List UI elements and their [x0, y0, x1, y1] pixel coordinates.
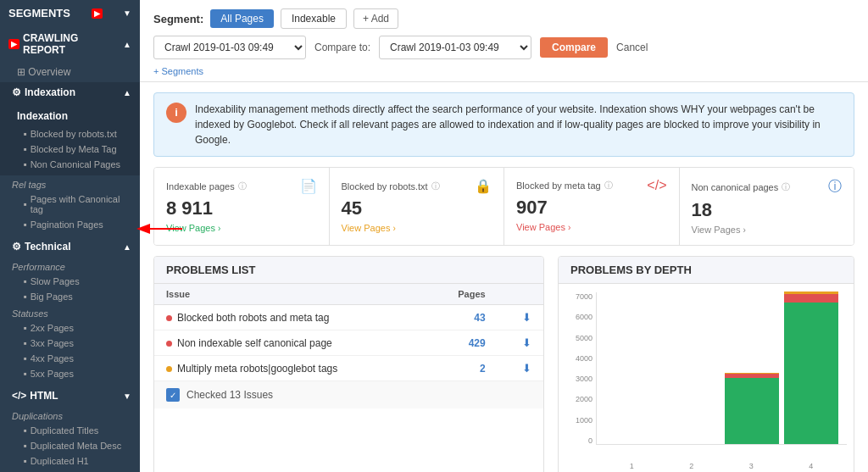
html-label: HTML — [30, 390, 58, 402]
blocked-robots-link[interactable]: View Pages › — [342, 223, 492, 233]
blocked-robots-chevron: › — [392, 224, 395, 233]
x-label: 2 — [665, 462, 720, 470]
chart-inner — [596, 292, 847, 445]
indexable-value: 8 911 — [166, 197, 317, 219]
problem-label: Non indexable self canonical page — [154, 330, 426, 356]
compare-crawl-select[interactable]: Crawl 2019-01-03 09:49 — [379, 36, 531, 59]
problem-dl[interactable]: ⬇ — [498, 305, 543, 330]
sidebar-item-overview[interactable]: ⊞ Overview — [0, 62, 140, 82]
non-canonical-title: Non canonical pages — [692, 182, 779, 192]
sidebar-sub-5xx[interactable]: 5xx Pages — [0, 366, 140, 381]
problem-dot — [166, 341, 172, 347]
sidebar-item-technical[interactable]: ⚙ Technical ▲ — [0, 236, 140, 258]
indexable-icon: 📄 — [300, 178, 317, 194]
sidebar-sub-indexation[interactable]: Indexation — [0, 106, 140, 126]
crawl-select[interactable]: Crawl 2019-01-03 09:49 — [153, 36, 306, 59]
add-segment-btn[interactable]: + Add — [353, 8, 398, 29]
chart-area: 70006000500040003000200010000 1234 OKCri… — [559, 284, 854, 472]
table-row: Multiply meta robots|googlebot tags 2 ⬇ — [154, 356, 543, 381]
sidebar-sub-dup-meta[interactable]: Duplicated Meta Desc — [0, 438, 140, 453]
rel-tags-group-label: Rel tags — [0, 175, 140, 192]
non-canonical-link[interactable]: View Pages › — [692, 225, 843, 235]
bar-critical-segment — [784, 294, 838, 303]
duplications-group-label: Duplications — [0, 407, 140, 423]
problem-dl[interactable]: ⬇ — [498, 356, 543, 381]
sidebar-item-html[interactable]: </> HTML ▼ — [0, 385, 140, 407]
chart-x-labels: 1234 — [596, 462, 847, 470]
compare-to-label: Compare to: — [314, 42, 370, 53]
bar-ok-segment — [725, 378, 779, 444]
indexable-chevron: › — [218, 224, 220, 233]
overview-icon: ⊞ — [17, 66, 25, 78]
sidebar-sub-4xx[interactable]: 4xx Pages — [0, 351, 140, 366]
crawling-report-label: CRAWLING REPORT — [23, 32, 123, 56]
stats-row: Indexable pages ⓘ 📄 8 911 View Pages › B… — [153, 167, 854, 246]
segments-link[interactable]: Segments — [153, 64, 854, 81]
check-box-icon: ✓ — [166, 388, 180, 402]
problems-list-header: PROBLEMS LIST — [154, 257, 543, 284]
sidebar-sub-dup-h1[interactable]: Duplicated H1 — [0, 453, 140, 469]
problem-pages[interactable]: 429 — [426, 330, 498, 356]
non-canonical-info-icon[interactable]: ⓘ — [782, 181, 790, 193]
indexation-label: Indexation — [25, 86, 75, 98]
main-content: Segment: All Pages Indexable + Add Crawl… — [140, 0, 868, 472]
stat-card-indexable: Indexable pages ⓘ 📄 8 911 View Pages › — [154, 168, 330, 245]
crawling-report-chevron: ▲ — [123, 40, 131, 49]
all-pages-btn[interactable]: All Pages — [210, 9, 274, 28]
sidebar-sub-empty-titles[interactable]: Empty Titles — [0, 469, 140, 472]
technical-chevron: ▲ — [123, 242, 131, 252]
blocked-meta-info-icon[interactable]: ⓘ — [604, 180, 613, 192]
info-banner: i Indexability management methods direct… — [153, 92, 854, 157]
problem-dl[interactable]: ⬇ — [498, 330, 543, 356]
compare-row: Crawl 2019-01-03 09:49 Compare to: Crawl… — [153, 36, 854, 59]
indexable-btn[interactable]: Indexable — [281, 8, 347, 29]
sidebar-sub-pagination[interactable]: Pagination Pages — [0, 217, 140, 232]
crawling-report-yt-icon: ▶ — [8, 39, 19, 49]
content-area: i Indexability management methods direct… — [140, 82, 868, 472]
compare-btn[interactable]: Compare — [540, 37, 608, 58]
info-icon: i — [166, 103, 186, 123]
blocked-robots-info-icon[interactable]: ⓘ — [431, 180, 440, 192]
blocked-meta-title: Blocked by meta tag — [516, 180, 601, 191]
sidebar-sub-slow-pages[interactable]: Slow Pages — [0, 274, 140, 289]
cancel-btn[interactable]: Cancel — [616, 42, 648, 53]
sidebar-sub-3xx[interactable]: 3xx Pages — [0, 336, 140, 351]
indexable-info-icon[interactable]: ⓘ — [238, 180, 247, 192]
statuses-group-label: Statuses — [0, 304, 140, 320]
problem-label: Multiply meta robots|googlebot tags — [154, 356, 426, 381]
non-canonical-chevron: › — [743, 225, 745, 235]
segments-label: SEGMENTS — [8, 7, 70, 19]
segments-chevron: ▼ — [123, 8, 131, 18]
sidebar-sub-non-canonical[interactable]: Non Canonical Pages — [0, 157, 140, 172]
blocked-meta-link[interactable]: View Pages › — [516, 222, 667, 232]
x-label: 3 — [724, 462, 779, 470]
crawling-report-header[interactable]: ▶ CRAWLING REPORT ▲ — [0, 26, 140, 62]
blocked-robots-title: Blocked by robots.txt — [342, 181, 428, 192]
problem-pages[interactable]: 2 — [426, 356, 498, 381]
bar-group — [784, 292, 838, 444]
problems-table: Issue Pages Blocked both robots and meta… — [154, 284, 543, 381]
problem-pages[interactable]: 43 — [426, 305, 498, 330]
sidebar-sub-blocked-meta[interactable]: Blocked by Meta Tag — [0, 142, 140, 157]
sidebar-sub-pages-canonical[interactable]: Pages with Canonical tag — [0, 192, 140, 217]
sidebar: SEGMENTS ▶ ▼ ▶ CRAWLING REPORT ▲ ⊞ Overv… — [0, 0, 140, 472]
sidebar-sub-big-pages[interactable]: Big Pages — [0, 289, 140, 304]
segments-header[interactable]: SEGMENTS ▶ ▼ — [0, 0, 140, 26]
non-canonical-value: 18 — [692, 199, 843, 221]
sidebar-sub-2xx[interactable]: 2xx Pages — [0, 320, 140, 336]
stat-card-non-canonical: Non canonical pages ⓘ ⓘ 18 View Pages › — [680, 168, 854, 245]
y-label: 5000 — [576, 334, 593, 342]
indexation-icon: ⚙ — [12, 86, 21, 98]
problems-list-panel: PROBLEMS LIST Issue Pages Blocked both r… — [153, 256, 544, 472]
y-label: 3000 — [576, 375, 593, 383]
sidebar-sub-dup-titles[interactable]: Duplicated Titles — [0, 423, 140, 438]
chart-y-labels: 70006000500040003000200010000 — [565, 292, 596, 445]
sidebar-item-indexation[interactable]: ⚙ Indexation ▲ — [0, 82, 140, 103]
bar-stack — [784, 292, 838, 444]
blocked-robots-value: 45 — [342, 197, 492, 219]
sidebar-sub-blocked-robots[interactable]: Blocked by robots.txt — [0, 126, 140, 142]
bar-stack — [725, 373, 779, 444]
indexable-link[interactable]: View Pages › — [166, 223, 317, 233]
problem-dot — [166, 315, 172, 321]
col-dl — [498, 284, 543, 305]
